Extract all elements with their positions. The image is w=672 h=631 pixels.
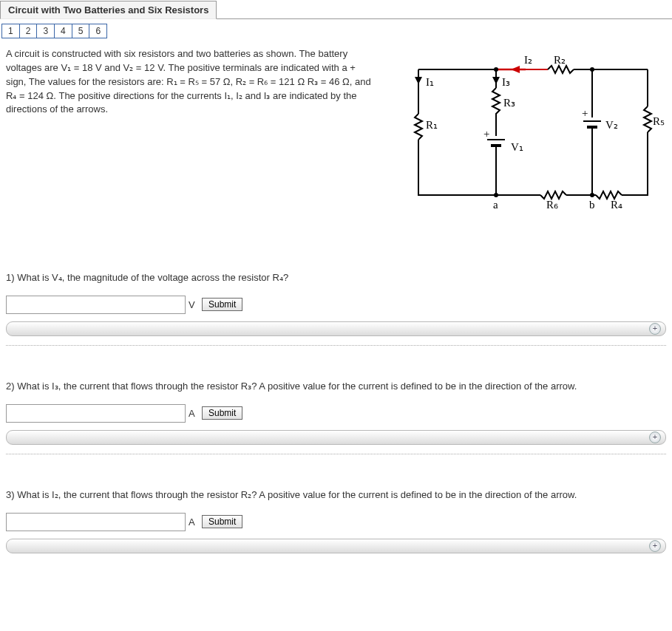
svg-point-5 (494, 67, 498, 72)
question-1-prompt: 1) What is V₄, the magnitude of the volt… (6, 271, 666, 285)
label-R6: R₆ (546, 199, 558, 211)
tab-5[interactable]: 5 (72, 24, 90, 38)
label-I3: I₃ (502, 76, 510, 88)
question-1-input[interactable] (6, 296, 186, 314)
separator (6, 454, 666, 454)
question-1: 1) What is V₄, the magnitude of the volt… (6, 271, 666, 346)
separator (6, 345, 666, 346)
tab-1[interactable]: 1 (1, 24, 20, 38)
question-2-unit: A (189, 408, 199, 419)
question-3-prompt: 3) What is I₂, the current that flows th… (6, 488, 666, 502)
question-1-expand[interactable]: + (6, 321, 666, 336)
label-R1: R₁ (426, 119, 438, 131)
svg-marker-1 (492, 77, 500, 84)
tab-6[interactable]: 6 (89, 24, 107, 38)
question-2-expand[interactable]: + (6, 430, 666, 445)
tab-2[interactable]: 2 (19, 24, 38, 38)
label-R4: R₄ (611, 199, 622, 211)
label-node-a: a (493, 199, 498, 211)
problem-statement: A circuit is constructed with six resist… (6, 47, 376, 117)
page-title: Circuit with Two Batteries and Six Resis… (0, 1, 217, 19)
svg-marker-2 (511, 66, 520, 73)
tab-4[interactable]: 4 (54, 24, 72, 38)
question-3: 3) What is I₂, the current that flows th… (6, 488, 666, 553)
question-2: 2) What is I₃, the current that flows th… (6, 380, 666, 454)
question-2-submit[interactable]: Submit (202, 406, 242, 420)
label-R3: R₃ (503, 97, 515, 109)
question-nav-tabs: 1 2 3 4 5 6 (0, 22, 672, 38)
label-node-b: b (589, 199, 595, 211)
question-2-input[interactable] (6, 404, 186, 423)
question-3-expand[interactable]: + (6, 539, 666, 553)
label-V1: V₁ (511, 141, 523, 153)
label-V2: V₂ (605, 119, 618, 131)
tab-3[interactable]: 3 (36, 24, 55, 38)
plus-icon: + (649, 323, 661, 335)
question-2-prompt: 2) What is I₃, the current that flows th… (6, 380, 666, 394)
circuit-diagram: I₁ I₃ I₂ R₂ R₁ R₃ R₅ V₁ V₂ R₆ R₄ a b + + (400, 47, 666, 219)
svg-marker-0 (415, 77, 422, 84)
plus-icon: + (649, 432, 661, 443)
label-R5: R₅ (653, 115, 665, 127)
question-3-unit: A (189, 516, 199, 528)
label-I2: I₂ (524, 54, 532, 66)
label-plus-v2: + (582, 107, 588, 119)
label-plus-v1: + (483, 128, 489, 140)
question-1-unit: V (189, 299, 199, 310)
plus-icon: + (649, 540, 661, 552)
svg-point-3 (494, 193, 498, 197)
label-R2: R₂ (554, 54, 566, 66)
svg-point-4 (590, 193, 594, 197)
svg-point-6 (590, 67, 594, 72)
question-3-input[interactable] (6, 513, 186, 531)
question-1-submit[interactable]: Submit (202, 298, 242, 311)
label-I1: I₁ (426, 76, 434, 88)
question-3-submit[interactable]: Submit (202, 515, 242, 528)
